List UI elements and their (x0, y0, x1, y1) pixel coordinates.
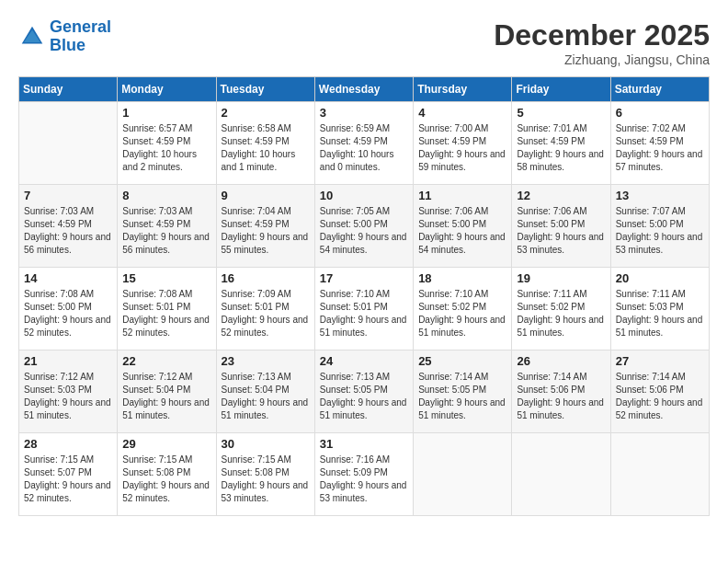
title-section: December 2025 Zizhuang, Jiangsu, China (494, 18, 710, 67)
calendar-cell: 26Sunrise: 7:14 AMSunset: 5:06 PMDayligh… (512, 350, 610, 433)
calendar-cell: 17Sunrise: 7:10 AMSunset: 5:01 PMDayligh… (314, 268, 413, 350)
day-info: Sunrise: 6:57 AMSunset: 4:59 PMDaylight:… (122, 122, 210, 174)
day-info: Sunrise: 7:05 AMSunset: 5:00 PMDaylight:… (320, 205, 408, 257)
day-info: Sunrise: 7:08 AMSunset: 5:00 PMDaylight:… (24, 288, 112, 339)
calendar-cell: 19Sunrise: 7:11 AMSunset: 5:02 PMDayligh… (512, 268, 610, 350)
calendar-cell: 27Sunrise: 7:14 AMSunset: 5:06 PMDayligh… (610, 350, 709, 433)
calendar-week-row: 7Sunrise: 7:03 AMSunset: 4:59 PMDaylight… (19, 185, 710, 268)
month-title: December 2025 (494, 18, 710, 52)
calendar-cell: 11Sunrise: 7:06 AMSunset: 5:00 PMDayligh… (414, 185, 512, 268)
logo-icon (18, 23, 46, 51)
day-info: Sunrise: 7:13 AMSunset: 5:04 PMDaylight:… (222, 371, 310, 422)
day-number: 28 (24, 437, 112, 451)
day-info: Sunrise: 6:59 AMSunset: 4:59 PMDaylight:… (320, 122, 408, 174)
day-info: Sunrise: 7:14 AMSunset: 5:06 PMDaylight:… (517, 371, 605, 422)
day-number: 1 (122, 106, 210, 120)
weekday-header: Friday (512, 77, 610, 102)
day-number: 9 (222, 189, 310, 202)
page-header: General Blue December 2025 Zizhuang, Jia… (18, 18, 710, 67)
day-info: Sunrise: 7:07 AMSunset: 5:00 PMDaylight:… (616, 205, 704, 257)
logo-line1: General (50, 17, 111, 36)
weekday-header-row: SundayMondayTuesdayWednesdayThursdayFrid… (19, 77, 710, 102)
calendar-cell: 24Sunrise: 7:13 AMSunset: 5:05 PMDayligh… (314, 350, 413, 433)
calendar-cell: 15Sunrise: 7:08 AMSunset: 5:01 PMDayligh… (118, 268, 216, 350)
day-number: 21 (24, 354, 112, 368)
day-info: Sunrise: 7:11 AMSunset: 5:03 PMDaylight:… (616, 288, 704, 339)
day-number: 17 (320, 271, 408, 285)
day-number: 2 (222, 106, 310, 120)
day-info: Sunrise: 7:14 AMSunset: 5:05 PMDaylight:… (418, 371, 506, 422)
calendar-cell: 29Sunrise: 7:15 AMSunset: 5:08 PMDayligh… (118, 433, 216, 516)
day-number: 5 (517, 106, 605, 120)
day-info: Sunrise: 7:16 AMSunset: 5:09 PMDaylight:… (320, 454, 408, 505)
day-number: 20 (616, 271, 704, 285)
calendar-cell: 12Sunrise: 7:06 AMSunset: 5:00 PMDayligh… (512, 185, 610, 268)
calendar-week-row: 1Sunrise: 6:57 AMSunset: 4:59 PMDaylight… (19, 102, 710, 185)
day-info: Sunrise: 7:13 AMSunset: 5:05 PMDaylight:… (320, 371, 408, 422)
calendar-cell: 8Sunrise: 7:03 AMSunset: 4:59 PMDaylight… (118, 185, 216, 268)
weekday-header: Monday (118, 77, 216, 102)
day-info: Sunrise: 7:12 AMSunset: 5:03 PMDaylight:… (24, 371, 112, 422)
location-subtitle: Zizhuang, Jiangsu, China (494, 52, 710, 67)
calendar-cell: 1Sunrise: 6:57 AMSunset: 4:59 PMDaylight… (118, 102, 216, 185)
calendar-cell: 4Sunrise: 7:00 AMSunset: 4:59 PMDaylight… (414, 102, 512, 185)
calendar-cell: 16Sunrise: 7:09 AMSunset: 5:01 PMDayligh… (216, 268, 314, 350)
day-info: Sunrise: 7:08 AMSunset: 5:01 PMDaylight:… (122, 288, 210, 339)
calendar-cell (414, 433, 512, 516)
day-info: Sunrise: 7:14 AMSunset: 5:06 PMDaylight:… (616, 371, 704, 422)
day-info: Sunrise: 7:00 AMSunset: 4:59 PMDaylight:… (418, 122, 506, 174)
day-info: Sunrise: 7:10 AMSunset: 5:01 PMDaylight:… (320, 288, 408, 339)
day-info: Sunrise: 7:03 AMSunset: 4:59 PMDaylight:… (24, 205, 112, 257)
day-number: 8 (122, 189, 210, 202)
day-info: Sunrise: 7:06 AMSunset: 5:00 PMDaylight:… (517, 205, 605, 257)
day-number: 3 (320, 106, 408, 120)
day-number: 18 (418, 271, 506, 285)
calendar-cell (19, 102, 118, 185)
calendar-cell (512, 433, 610, 516)
day-info: Sunrise: 7:15 AMSunset: 5:08 PMDaylight:… (122, 454, 210, 505)
calendar-cell: 7Sunrise: 7:03 AMSunset: 4:59 PMDaylight… (19, 185, 118, 268)
logo-text: General Blue (50, 18, 111, 55)
calendar-cell: 23Sunrise: 7:13 AMSunset: 5:04 PMDayligh… (216, 350, 314, 433)
day-info: Sunrise: 7:04 AMSunset: 4:59 PMDaylight:… (222, 205, 310, 257)
calendar-cell: 20Sunrise: 7:11 AMSunset: 5:03 PMDayligh… (610, 268, 709, 350)
calendar-week-row: 21Sunrise: 7:12 AMSunset: 5:03 PMDayligh… (19, 350, 710, 433)
day-info: Sunrise: 7:11 AMSunset: 5:02 PMDaylight:… (517, 288, 605, 339)
day-number: 29 (122, 437, 210, 451)
calendar-cell: 5Sunrise: 7:01 AMSunset: 4:59 PMDaylight… (512, 102, 610, 185)
day-info: Sunrise: 7:01 AMSunset: 4:59 PMDaylight:… (517, 122, 605, 174)
weekday-header: Wednesday (314, 77, 413, 102)
day-number: 22 (122, 354, 210, 368)
day-number: 10 (320, 189, 408, 202)
day-number: 27 (616, 354, 704, 368)
calendar-week-row: 14Sunrise: 7:08 AMSunset: 5:00 PMDayligh… (19, 268, 710, 350)
calendar-cell: 22Sunrise: 7:12 AMSunset: 5:04 PMDayligh… (118, 350, 216, 433)
day-info: Sunrise: 7:15 AMSunset: 5:07 PMDaylight:… (24, 454, 112, 505)
calendar-cell: 25Sunrise: 7:14 AMSunset: 5:05 PMDayligh… (414, 350, 512, 433)
day-info: Sunrise: 7:12 AMSunset: 5:04 PMDaylight:… (122, 371, 210, 422)
day-number: 13 (616, 189, 704, 202)
day-number: 19 (517, 271, 605, 285)
calendar-cell: 6Sunrise: 7:02 AMSunset: 4:59 PMDaylight… (610, 102, 709, 185)
day-number: 23 (222, 354, 310, 368)
calendar-cell: 2Sunrise: 6:58 AMSunset: 4:59 PMDaylight… (216, 102, 314, 185)
calendar-week-row: 28Sunrise: 7:15 AMSunset: 5:07 PMDayligh… (19, 433, 710, 516)
calendar-cell (610, 433, 709, 516)
logo: General Blue (18, 18, 111, 55)
day-info: Sunrise: 7:10 AMSunset: 5:02 PMDaylight:… (418, 288, 506, 339)
day-info: Sunrise: 7:03 AMSunset: 4:59 PMDaylight:… (122, 205, 210, 257)
day-info: Sunrise: 7:15 AMSunset: 5:08 PMDaylight:… (222, 454, 310, 505)
day-number: 7 (24, 189, 112, 202)
day-number: 6 (616, 106, 704, 120)
day-number: 16 (222, 271, 310, 285)
calendar-cell: 21Sunrise: 7:12 AMSunset: 5:03 PMDayligh… (19, 350, 118, 433)
day-info: Sunrise: 7:09 AMSunset: 5:01 PMDaylight:… (222, 288, 310, 339)
day-number: 24 (320, 354, 408, 368)
calendar-cell: 3Sunrise: 6:59 AMSunset: 4:59 PMDaylight… (314, 102, 413, 185)
day-number: 26 (517, 354, 605, 368)
calendar-cell: 31Sunrise: 7:16 AMSunset: 5:09 PMDayligh… (314, 433, 413, 516)
weekday-header: Sunday (19, 77, 118, 102)
day-number: 11 (418, 189, 506, 202)
weekday-header: Thursday (414, 77, 512, 102)
day-number: 15 (122, 271, 210, 285)
